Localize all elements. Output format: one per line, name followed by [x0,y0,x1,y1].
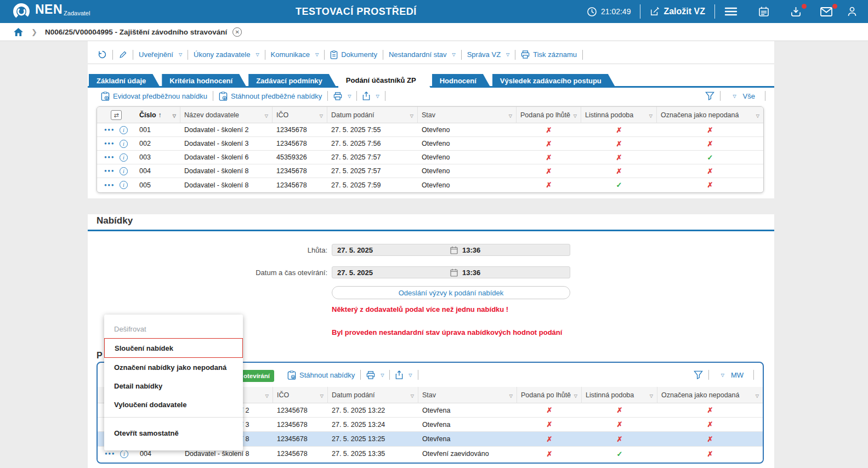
filter-caret-icon[interactable] [265,391,269,399]
otevirani-field[interactable]: 27. 5. 2025 13:36 [332,266,570,278]
filter-caret-icon[interactable] [756,391,759,399]
filter-caret-icon[interactable] [265,111,268,119]
tab-zakladni-udaje[interactable]: Základní údaje [89,74,160,88]
toolbar-komunikace[interactable]: Komunikace [266,50,324,59]
export-menu-button[interactable] [358,92,383,100]
otevirani-date-value[interactable]: 27. 5. 2025 [332,269,450,277]
row-menu-button[interactable] [104,181,115,189]
lhuta-field[interactable]: 27. 5. 2025 13:36 [332,244,570,256]
lhuta-time-value[interactable]: 13:36 [462,246,480,254]
tab-vysledek-zadavaciho-postupu[interactable]: Výsledek zadávacího postupu [492,74,616,88]
filter-caret-icon[interactable] [756,111,759,119]
info-icon[interactable] [120,181,128,189]
info-icon[interactable] [120,153,128,162]
filter-caret-icon[interactable] [574,391,577,399]
table-row[interactable]: 002 Dodavatel - školení 3 12345678 27. 5… [97,137,763,151]
column-header-cislo[interactable]: Číslo [135,107,180,123]
otevirani-time-value[interactable]: 13:36 [462,269,480,277]
filter-caret-icon[interactable] [410,111,413,119]
export-menu-button[interactable] [391,370,416,379]
info-icon[interactable] [120,126,128,134]
toolbar-nestandardni-stav[interactable]: Nestandardní stav [384,50,460,59]
filter-caret-icon[interactable] [411,391,414,399]
column-header-podana-po-lhute[interactable]: Podaná po lhůtě [517,107,581,123]
filter-caret-icon[interactable] [509,111,512,119]
calendar-icon[interactable] [450,269,458,277]
view-selector-table2[interactable]: MW [714,371,748,379]
tab-zadavaci-podminky[interactable]: Zadávací podmínky [248,74,337,88]
column-header-ico[interactable]: IČO [273,107,327,123]
column-settings-button[interactable] [97,107,135,123]
tab-kriteria-hodnoceni[interactable]: Kritéria hodnocení [162,74,247,88]
column-header-nazev-dodavatele[interactable]: Název dodavatele [180,107,273,123]
column-header-listinna-podoba[interactable]: Listinná podoba [582,387,657,403]
info-icon[interactable] [120,140,128,148]
tab-hodnoceni[interactable]: Hodnocení [432,74,491,88]
filter-caret-icon[interactable] [320,111,323,119]
table-row[interactable]: 005 Dodavatel - školení 8 12345678 27. 5… [97,178,763,192]
evidovat-predbeznou-nabidku-button[interactable]: Evidovat předběžnou nabídku [97,92,212,101]
filter-caret-icon[interactable] [649,111,653,119]
otevirani-button[interactable]: otevírání [239,370,274,382]
edit-button[interactable] [114,50,132,59]
nen-logo[interactable]: NEN Zadavatel [12,2,90,21]
profile-button[interactable] [839,0,865,23]
filter-icon[interactable] [705,92,714,100]
calendar-button[interactable] [751,0,776,23]
column-header-listinna-podoba[interactable]: Listinná podoba [581,107,657,123]
stahnout-predbezne-nabidky-button[interactable]: Stáhnout předběžné nabídky [214,92,326,101]
create-vz-button[interactable]: Založit VZ [643,0,712,23]
column-header-podana-po-lhute[interactable]: Podaná po lhůtě [517,387,582,403]
calendar-icon[interactable] [450,246,458,254]
menu-item-vylouceni-dodavatele[interactable]: Vyloučení dodavatele [104,395,243,414]
info-icon[interactable] [120,450,128,458]
toolbar-sprava-vz[interactable]: Správa VZ [463,50,514,59]
history-button[interactable] [93,50,111,59]
column-header-ico[interactable]: IČO [273,387,328,403]
column-header-datum-podani[interactable]: Datum podání [328,387,418,403]
menu-item-slouceni-nabidek[interactable]: Sloučení nabídek [104,338,243,358]
filter-caret-icon[interactable] [650,391,653,399]
filter-caret-icon[interactable] [574,111,577,119]
toolbar-tisk-zaznamu[interactable]: Tisk záznamu [517,50,581,59]
table-row[interactable]: 003 Dodavatel - školení 6 45359326 27. 5… [97,151,763,164]
filter-caret-icon[interactable] [509,391,513,399]
filter-icon[interactable] [694,370,703,379]
column-header-oznacena-jako-nepodana[interactable]: Označena jako nepodaná [657,107,763,123]
row-menu-button[interactable] [104,167,115,175]
toolbar-ukony-zadavatele[interactable]: Úkony zadavatele [189,50,264,59]
lhuta-date-value[interactable]: 27. 5. 2025 [332,246,450,254]
menu-button[interactable] [717,0,745,23]
filter-caret-icon[interactable] [173,111,176,119]
table-row[interactable]: 004 Dodavatel - školení 8 12345678 27. 5… [97,164,763,178]
row-menu-button[interactable] [104,153,115,161]
view-selector-table1[interactable]: Vše [726,92,759,100]
export-icon [362,92,370,100]
downloads-button[interactable] [783,0,809,23]
breadcrumb-item[interactable]: N006/25/V00004995 - Zajištění závodního … [45,28,227,36]
info-icon[interactable] [120,167,128,175]
row-menu-button[interactable] [104,126,115,134]
toolbar-dokumenty[interactable]: Dokumenty [326,50,382,59]
column-header-stav[interactable]: Stav [418,107,517,123]
table-row[interactable]: 001 Dodavatel - školení 2 12345678 27. 5… [97,123,763,137]
home-icon[interactable] [13,27,24,37]
column-header-datum-podani[interactable]: Datum podání [327,107,418,123]
messages-button[interactable] [813,0,839,23]
cell-cislo: 004 [135,167,180,175]
menu-item-oznaceni-nabidky-jako-nepodana[interactable]: Označení nabídky jako nepodaná [104,358,243,376]
close-tab-icon[interactable] [232,27,242,37]
menu-item-detail-nabidky[interactable]: Detail nabídky [104,376,243,395]
column-header-stav[interactable]: Stav [418,387,517,403]
row-menu-button[interactable] [104,450,116,458]
print-menu-button[interactable] [362,371,388,379]
odeslani-vyzvy-button[interactable]: Odeslání výzvy k podání nabídek [332,286,570,299]
column-header-oznacena-jako-nepodana[interactable]: Označena jako nepodaná [657,387,763,403]
tab-podani-ucastniku-zp[interactable]: Podání účastníků ZP [338,72,430,88]
row-menu-button[interactable] [104,140,115,147]
toolbar-uverejneni[interactable]: Uveřejnění [134,50,186,59]
print-menu-button[interactable] [329,92,355,100]
stahnout-nabidky-button[interactable]: Stáhnout nabídky [283,370,359,380]
filter-caret-icon[interactable] [320,391,324,399]
menu-item-otevrit-samostatne[interactable]: Otevřít samostatně [104,422,243,444]
